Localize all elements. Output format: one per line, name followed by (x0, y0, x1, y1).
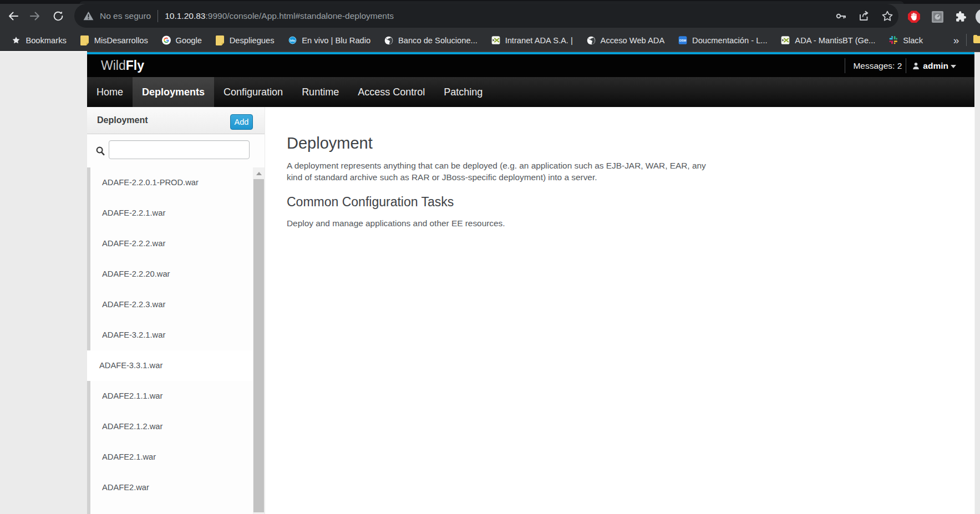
bookmark-item[interactable]: ADA - MantisBT (Ge... (774, 33, 882, 48)
svg-text:blu: blu (290, 39, 295, 42)
google-icon (162, 35, 171, 45)
adblock-icon (907, 10, 921, 23)
bookmark-label: ADA - MantisBT (Ge... (795, 36, 875, 45)
share-icon[interactable] (857, 9, 871, 23)
list-left-border (87, 167, 90, 514)
deployment-item[interactable]: ADAFE2.war (87, 472, 265, 503)
search-icon (96, 146, 105, 156)
deployment-item[interactable]: ADAFE2.1.war (87, 442, 265, 472)
folder-icon (80, 35, 89, 45)
deployment-item[interactable]: ADAFE-2.2.2.war (87, 228, 265, 259)
main-navigation: HomeDeploymentsConfigurationRuntimeAcces… (87, 77, 974, 107)
bookmark-item[interactable]: Despliegues (209, 33, 281, 48)
star-icon (12, 35, 21, 45)
globe-icon (587, 35, 596, 45)
other-bookmarks-folder-icon[interactable] (973, 35, 980, 43)
bookmark-item[interactable]: Bookmarks (5, 33, 73, 48)
folder-icon (216, 35, 224, 45)
bookmark-star-icon[interactable] (881, 9, 894, 23)
main-content: Deployment A deployment represents anyth… (265, 107, 974, 514)
bookmark-item[interactable]: Banco de Solucione... (378, 33, 485, 48)
list-scrollbar[interactable] (253, 167, 265, 514)
bookmarks-bar: Bookmarks MisDesarrollos Google Desplieg… (0, 29, 980, 51)
nav-tab-patching[interactable]: Patching (434, 77, 492, 107)
page-content: WildFly Messages: 2 admin HomeDeployment… (87, 54, 974, 514)
bookmark-label: Banco de Solucione... (398, 36, 478, 45)
deployment-item[interactable]: ADAFE-2.2.0.1-PROD.war (87, 167, 265, 198)
deployment-item[interactable]: ADAFE-3.2.1.war (87, 320, 265, 350)
bookmark-item[interactable]: blu En vivo | Blu Radio (281, 33, 378, 48)
slack-icon (889, 36, 898, 45)
bookmark-label: Despliegues (230, 36, 275, 45)
username: admin (923, 61, 948, 71)
up-triangle-icon (256, 172, 262, 175)
nav-tab-access-control[interactable]: Access Control (348, 77, 434, 107)
deployment-sidebar: Deployment Add ADAFE-2.2.0.1-PROD.warADA… (87, 107, 265, 514)
forward-button[interactable] (24, 5, 46, 27)
sidebar-header: Deployment Add (87, 107, 265, 134)
deployment-item[interactable]: ADAFE-2.2.3.war (87, 289, 265, 320)
folder-icon (216, 36, 225, 45)
bookmark-label: En vivo | Blu Radio (302, 36, 370, 45)
back-button[interactable] (2, 5, 24, 27)
ada-x-icon (491, 35, 500, 45)
bookmark-label: Acceso Web ADA (601, 36, 665, 45)
adblock-extension-button[interactable] (907, 10, 921, 23)
not-secure-warning-icon (83, 11, 94, 21)
bookmark-item[interactable]: MisDesarrollos (73, 33, 155, 48)
slack-icon (889, 35, 898, 45)
dsm-icon: DSM (678, 35, 687, 45)
header-right: Messages: 2 admin (845, 54, 956, 77)
user-icon (912, 62, 920, 69)
reload-button[interactable] (47, 5, 69, 27)
nav-tab-deployments[interactable]: Deployments (133, 77, 214, 107)
address-bar[interactable]: No es seguro 10.1.20.83:9990/console/App… (74, 4, 898, 28)
bookmark-item[interactable]: Acceso Web ADA (580, 33, 671, 48)
deployment-item[interactable]: ADAFE-2.2.20.war (87, 259, 265, 289)
security-label[interactable]: No es seguro (100, 11, 151, 21)
key-icon[interactable] (834, 9, 847, 23)
url-text[interactable]: 10.1.20.83:9990/console/App.html#standal… (165, 11, 394, 21)
bookmark-item[interactable]: Google (155, 33, 209, 48)
globe-icon (384, 35, 393, 45)
extensions-menu-button[interactable] (954, 10, 967, 23)
nav-tab-runtime[interactable]: Runtime (292, 77, 348, 107)
bookmark-item[interactable]: Intranet ADA S.A. | (484, 33, 580, 48)
forward-arrow-icon (29, 10, 41, 22)
user-menu[interactable]: admin (912, 61, 956, 71)
page-left-margin (0, 51, 87, 514)
profile-avatar[interactable] (976, 9, 980, 24)
back-arrow-icon (7, 10, 19, 22)
browser-toolbar: No es seguro 10.1.20.83:9990/console/App… (0, 4, 980, 29)
add-deployment-button[interactable]: Add (230, 114, 253, 130)
globe-icon (587, 36, 596, 45)
nav-tab-configuration[interactable]: Configuration (214, 77, 292, 107)
header-separator (906, 58, 906, 73)
puzzle-icon (954, 10, 967, 23)
page-scrollbar[interactable] (974, 52, 980, 514)
omnibox-separator (158, 10, 158, 22)
header-separator (845, 58, 845, 73)
deployment-item[interactable]: ADAFE-2.2.1.war (87, 198, 265, 228)
bookmark-item[interactable]: DSM Doucmentación - L... (672, 33, 774, 48)
search-input[interactable] (109, 140, 250, 159)
bookmark-item[interactable]: Slack (882, 33, 930, 48)
scrollbar-up-arrow[interactable] (253, 167, 265, 179)
omnibox-action-icons (834, 4, 894, 28)
scrollbar-thumb[interactable] (253, 179, 264, 512)
deployment-item[interactable]: ADAFE2.1.1.war (87, 381, 265, 411)
deployment-item[interactable]: ADAFE2.1.2.war (87, 411, 265, 442)
nav-tab-home[interactable]: Home (87, 77, 133, 107)
xgreen-icon (491, 36, 500, 45)
messages-link[interactable]: Messages: 2 (853, 61, 902, 71)
bookmark-label: Google (176, 36, 202, 45)
svg-text:DSM: DSM (679, 39, 687, 42)
gray-extension-button[interactable] (931, 10, 944, 23)
browser-tabstrip (0, 0, 980, 4)
section-description: Deploy and manage applications and other… (287, 217, 974, 229)
bookmarks-overflow-chevron[interactable]: » (948, 29, 964, 51)
bookmark-label: MisDesarrollos (94, 36, 148, 45)
wildfly-page: WildFly Messages: 2 admin HomeDeployment… (87, 51, 980, 514)
deployment-item[interactable]: ADAFE-3.3.1.war (87, 350, 265, 381)
ada-x-icon (781, 35, 790, 45)
